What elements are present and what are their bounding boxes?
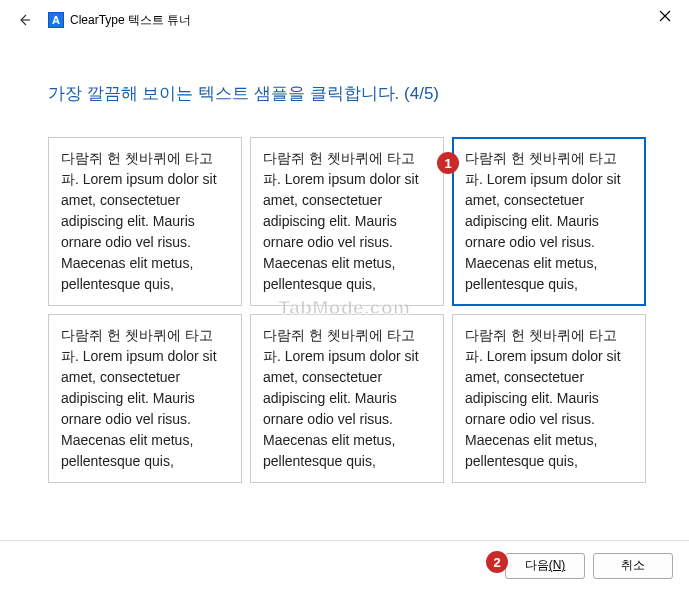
text-sample-4[interactable]: 다람쥐 헌 쳇바퀴에 타고파. Lorem ipsum dolor sit am… <box>48 314 242 483</box>
next-button-label: 다음 <box>525 558 549 572</box>
annotation-marker-2: 2 <box>486 551 508 573</box>
text-sample-6[interactable]: 다람쥐 헌 쳇바퀴에 타고파. Lorem ipsum dolor sit am… <box>452 314 646 483</box>
text-sample-1[interactable]: 다람쥐 헌 쳇바퀴에 타고파. Lorem ipsum dolor sit am… <box>48 137 242 306</box>
sample-grid: 다람쥐 헌 쳇바퀴에 타고파. Lorem ipsum dolor sit am… <box>48 137 646 483</box>
footer-bar: 다음(N) 취소 <box>0 540 689 590</box>
window-title: ClearType 텍스트 튜너 <box>70 12 191 29</box>
arrow-left-icon <box>16 12 32 28</box>
next-button-hotkey: (N) <box>549 558 566 572</box>
close-icon <box>659 10 671 22</box>
content-area: 가장 깔끔해 보이는 텍스트 샘플을 클릭합니다. (4/5) 다람쥐 헌 쳇바… <box>0 40 689 483</box>
close-button[interactable] <box>649 4 681 28</box>
annotation-marker-1: 1 <box>437 152 459 174</box>
next-button[interactable]: 다음(N) <box>505 553 585 579</box>
text-sample-2[interactable]: 다람쥐 헌 쳇바퀴에 타고파. Lorem ipsum dolor sit am… <box>250 137 444 306</box>
titlebar: A ClearType 텍스트 튜너 <box>0 0 689 40</box>
back-button[interactable] <box>12 8 36 32</box>
cancel-button[interactable]: 취소 <box>593 553 673 579</box>
text-sample-3[interactable]: 다람쥐 헌 쳇바퀴에 타고파. Lorem ipsum dolor sit am… <box>452 137 646 306</box>
text-sample-5[interactable]: 다람쥐 헌 쳇바퀴에 타고파. Lorem ipsum dolor sit am… <box>250 314 444 483</box>
app-icon: A <box>48 12 64 28</box>
page-heading: 가장 깔끔해 보이는 텍스트 샘플을 클릭합니다. (4/5) <box>48 82 641 105</box>
